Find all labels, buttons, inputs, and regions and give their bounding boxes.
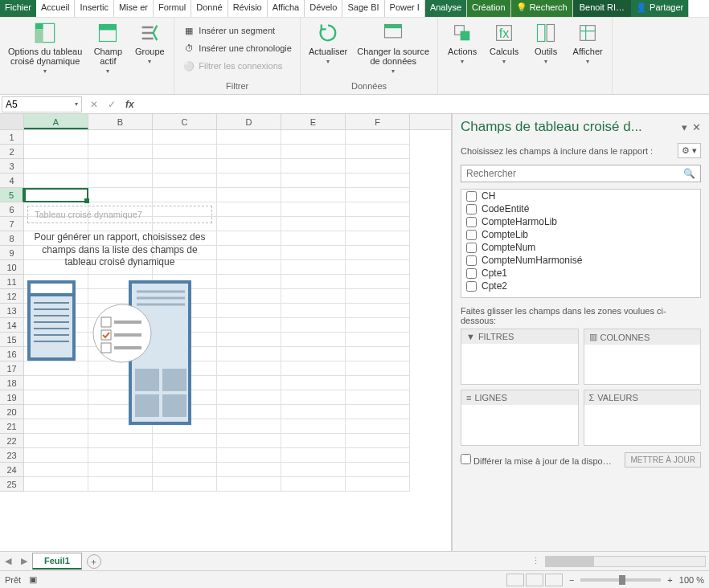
cell[interactable] [346,159,410,174]
cell[interactable] [281,174,346,188]
cell[interactable] [24,145,88,159]
dropzone-values[interactable]: ΣVALEURS [584,390,702,446]
cell[interactable] [24,448,88,463]
cell[interactable] [153,463,217,477]
cell[interactable] [217,174,281,188]
cell[interactable] [88,130,153,145]
pane-dropdown-icon[interactable]: ▾ [682,121,687,133]
cell[interactable] [346,145,410,159]
tab-home[interactable]: Accueil [36,0,75,17]
sheet-tab-1[interactable]: Feuil1 [32,553,82,570]
cell[interactable] [153,130,217,145]
cell[interactable] [217,419,281,434]
cell[interactable] [153,145,217,159]
name-box[interactable]: A5▾ [2,96,82,112]
row-header[interactable]: 13 [0,304,24,318]
view-switcher[interactable] [506,574,563,586]
col-header-B[interactable]: B [88,114,153,129]
cell[interactable] [88,145,153,159]
tab-layout[interactable]: Mise er [114,0,154,17]
cell[interactable] [281,130,346,145]
cell[interactable] [346,318,410,333]
cell[interactable] [217,217,281,231]
cell[interactable] [346,463,410,477]
tab-review[interactable]: Révisio [228,0,268,17]
cell[interactable] [217,130,281,145]
cell[interactable] [281,463,346,477]
cell[interactable] [281,145,346,159]
cell[interactable] [346,361,410,376]
field-checkbox[interactable] [466,255,477,266]
tab-search[interactable]: 💡 Recherch [511,0,573,17]
cell[interactable] [217,434,281,448]
cell[interactable] [217,376,281,390]
cell[interactable] [24,477,88,492]
sheet-nav-prev[interactable]: ◀ [0,556,16,566]
field-checkbox[interactable] [466,204,477,214]
col-header-E[interactable]: E [281,114,346,129]
zoom-percent[interactable]: 100 % [679,575,704,585]
cell[interactable] [153,159,217,174]
field-checkbox[interactable] [466,281,477,292]
field-item[interactable]: CompteHarmoLib [461,215,700,228]
actions-button[interactable]: Actions [443,19,482,67]
tab-formulas[interactable]: Formul [154,0,191,17]
tab-poweri[interactable]: Power I [385,0,425,17]
cell[interactable] [217,275,281,289]
cell[interactable] [217,145,281,159]
cell[interactable] [153,188,217,202]
cell[interactable] [217,333,281,347]
cell[interactable] [281,275,346,289]
cell[interactable] [281,318,346,333]
cell[interactable] [346,419,410,434]
show-button[interactable]: Afficher [568,19,607,67]
tab-sagebi[interactable]: Sage BI [342,0,384,17]
zoom-slider[interactable] [580,578,661,582]
cell[interactable] [346,130,410,145]
cell[interactable] [281,361,346,376]
row-header[interactable]: 24 [0,463,24,477]
col-header-C[interactable]: C [153,114,217,129]
cell[interactable] [217,318,281,333]
field-item[interactable]: CH [461,190,700,202]
cell[interactable] [24,188,88,202]
cell[interactable] [153,174,217,188]
field-checkbox[interactable] [466,268,477,279]
tab-developer[interactable]: Dévelo [305,0,342,17]
cell[interactable] [346,275,410,289]
cell[interactable] [281,419,346,434]
field-item[interactable]: CompteLib [461,228,700,241]
cell[interactable] [346,289,410,304]
cell[interactable] [281,159,346,174]
cell[interactable] [281,289,346,304]
pivot-options-button[interactable]: Options du tableau croisé dynamique [5,19,85,76]
field-checkbox[interactable] [466,243,477,253]
field-item[interactable]: Cpte1 [461,267,700,280]
hscroll-handle[interactable]: ⋮ [527,556,545,566]
row-header[interactable]: 1 [0,130,24,145]
worksheet-area[interactable]: A B C D E F Tableau croisé dynamique7 Po… [0,114,452,551]
tab-design[interactable]: Création [467,0,511,17]
row-header[interactable]: 25 [0,477,24,492]
group-button[interactable]: Groupe [130,19,169,67]
tools-button[interactable]: Outils [527,19,565,67]
cell[interactable] [217,246,281,260]
cell[interactable] [281,347,346,361]
share-button[interactable]: 👤 Partager [631,0,689,17]
cell[interactable] [281,246,346,260]
field-checkbox[interactable] [466,217,477,227]
cell[interactable] [88,174,153,188]
row-header[interactable]: 21 [0,419,24,434]
cell[interactable] [217,231,281,246]
cell[interactable] [24,463,88,477]
cell[interactable] [346,448,410,463]
cell[interactable] [217,463,281,477]
cell[interactable] [281,231,346,246]
cell[interactable] [281,434,346,448]
cell[interactable] [88,434,153,448]
sheet-nav-next[interactable]: ▶ [16,556,32,566]
row-header[interactable]: 15 [0,333,24,347]
cell[interactable] [217,260,281,275]
defer-layout-checkbox[interactable]: Différer la mise à jour de la dispo… [461,454,612,466]
change-source-button[interactable]: Changer la source de données [354,19,432,76]
